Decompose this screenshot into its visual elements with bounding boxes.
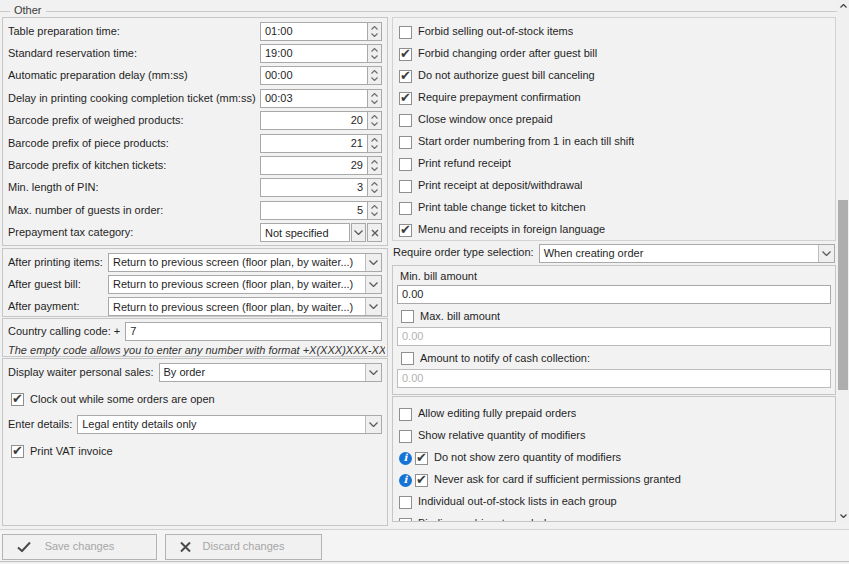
scroll-up-button[interactable] — [837, 0, 849, 12]
vertical-scrollbar[interactable] — [837, 0, 849, 522]
combo-value[interactable]: By order — [160, 364, 365, 381]
order-numbering-checkbox[interactable] — [399, 136, 412, 149]
spinner-value[interactable]: 29 — [260, 156, 367, 175]
spinner-value[interactable]: 19:00 — [260, 44, 367, 63]
foreign-language-checkbox[interactable] — [399, 224, 412, 237]
spinner-up-down-buttons[interactable] — [367, 178, 382, 197]
spinner-value[interactable]: 3 — [260, 178, 367, 197]
chevron-down-icon — [371, 167, 378, 171]
cash-collection-notify-checkbox[interactable] — [401, 352, 414, 365]
display-waiter-sales-combo[interactable]: By order — [159, 363, 382, 382]
save-button[interactable]: Save changes — [2, 534, 157, 560]
spinner-up-down-buttons[interactable] — [367, 22, 382, 41]
individual-out-of-stock-checkbox[interactable] — [399, 496, 412, 509]
spinner-up-down-buttons[interactable] — [367, 89, 382, 108]
min-pin-length-spinner[interactable]: 3 — [260, 178, 382, 197]
after-payment-combo[interactable]: Return to previous screen (floor plan, b… — [108, 297, 382, 316]
spinner-up-down-buttons[interactable] — [367, 201, 382, 220]
forbid-changing-order-checkbox[interactable] — [399, 48, 412, 61]
binding-cashiers-checkbox[interactable] — [399, 518, 412, 523]
form-row: Automatic preparation delay (mm:ss) 00:0… — [5, 65, 385, 87]
chevron-down-icon — [371, 189, 378, 193]
field-label: Min. length of PIN: — [8, 181, 260, 194]
combo-value[interactable]: Legal entity details only — [78, 416, 365, 433]
min-bill-amount-input[interactable]: 0.00 — [397, 285, 831, 304]
max-bill-amount-checkbox[interactable] — [401, 310, 414, 323]
weighed-products-prefix-spinner[interactable]: 20 — [260, 111, 382, 130]
combo-value[interactable]: Return to previous screen (floor plan, b… — [109, 298, 365, 315]
after-guest-bill-combo[interactable]: Return to previous screen (floor plan, b… — [108, 275, 382, 294]
spinner-up-down-buttons[interactable] — [367, 134, 382, 153]
clear-button[interactable] — [367, 223, 382, 242]
combo-dropdown-button[interactable] — [365, 416, 381, 433]
checkbox-row: Print VAT invoice — [5, 441, 385, 463]
print-vat-checkbox[interactable] — [11, 445, 24, 458]
form-row: Standard reservation time: 19:00 — [5, 42, 385, 64]
table-preparation-time-spinner[interactable]: 01:00 — [260, 22, 382, 41]
scroll-down-button[interactable] — [837, 510, 849, 522]
zero-quantity-modifiers-checkbox[interactable] — [415, 452, 428, 465]
order-type-row: Require order type selection: When creat… — [392, 242, 836, 264]
cooking-ticket-delay-spinner[interactable]: 00:03 — [260, 89, 382, 108]
spinner-value[interactable]: 5 — [260, 201, 367, 220]
spinner-up-down-buttons[interactable] — [367, 111, 382, 130]
prepayment-tax-combo[interactable]: Not specified — [260, 223, 350, 242]
auto-preparation-delay-spinner[interactable]: 00:00 — [260, 66, 382, 85]
country-code-input[interactable]: 7 — [125, 322, 382, 341]
close-icon — [371, 229, 379, 237]
checkbox-label: Do not authorize guest bill canceling — [418, 69, 595, 82]
never-ask-card-checkbox[interactable] — [415, 474, 428, 487]
chevron-up-icon — [371, 182, 378, 186]
forbid-out-of-stock-checkbox[interactable] — [399, 26, 412, 39]
enter-details-combo[interactable]: Legal entity details only — [77, 415, 382, 434]
chevron-down-icon — [822, 251, 831, 256]
piece-products-prefix-spinner[interactable]: 21 — [260, 134, 382, 153]
print-table-change-checkbox[interactable] — [399, 202, 412, 215]
print-refund-receipt-checkbox[interactable] — [399, 158, 412, 171]
no-authorize-bill-cancel-checkbox[interactable] — [399, 70, 412, 83]
require-prepayment-confirmation-checkbox[interactable] — [399, 92, 412, 105]
max-guests-spinner[interactable]: 5 — [260, 201, 382, 220]
combo-value[interactable]: When creating order — [540, 245, 818, 262]
spinner-value[interactable]: 00:00 — [260, 66, 367, 85]
combo-dropdown-button[interactable] — [365, 254, 381, 271]
combo-value[interactable]: Return to previous screen (floor plan, b… — [109, 254, 365, 271]
combo-value[interactable]: Return to previous screen (floor plan, b… — [109, 276, 365, 293]
combo-dropdown-button[interactable] — [365, 298, 381, 315]
chevron-up-icon — [371, 48, 378, 52]
standard-reservation-time-spinner[interactable]: 19:00 — [260, 44, 382, 63]
form-row: Country calling code: + 7 — [5, 321, 385, 342]
spinner-up-down-buttons[interactable] — [367, 44, 382, 63]
checkbox-label: Print refund receipt — [418, 157, 511, 170]
chevron-down-icon — [354, 230, 363, 235]
checkbox-row: Show relative quantity of modifiers — [397, 425, 831, 447]
combo-dropdown-button[interactable] — [365, 276, 381, 293]
spinner-up-down-buttons[interactable] — [367, 156, 382, 175]
chevron-down-icon — [371, 145, 378, 149]
chevron-down-icon — [369, 260, 378, 265]
print-deposit-receipt-checkbox[interactable] — [399, 180, 412, 193]
spinner-up-down-buttons[interactable] — [367, 66, 382, 85]
clock-out-checkbox[interactable] — [11, 393, 24, 406]
discard-button[interactable]: Discard changes — [165, 534, 322, 560]
combo-dropdown-button[interactable] — [818, 245, 834, 262]
spinner-value[interactable]: 20 — [260, 111, 367, 130]
checkbox-label: Individual out-of-stock lists in each gr… — [418, 495, 617, 508]
combo-value[interactable]: Not specified — [261, 224, 349, 241]
checkmark-icon — [17, 542, 31, 553]
close-window-prepaid-checkbox[interactable] — [399, 114, 412, 127]
allow-editing-prepaid-checkbox[interactable] — [399, 408, 412, 421]
spinner-value[interactable]: 01:00 — [260, 22, 367, 41]
combo-dropdown-button[interactable] — [351, 223, 366, 242]
scrollbar-thumb[interactable] — [838, 200, 848, 390]
combo-dropdown-button[interactable] — [365, 364, 381, 381]
checkbox-label: Do not show zero quantity of modifiers — [434, 451, 621, 464]
order-type-combo[interactable]: When creating order — [539, 244, 835, 263]
close-icon — [180, 542, 191, 553]
spinner-value[interactable]: 00:03 — [260, 89, 367, 108]
relative-quantity-modifiers-checkbox[interactable] — [399, 430, 412, 443]
country-code-note: The empty code allows you to enter any n… — [5, 342, 385, 359]
after-printing-items-combo[interactable]: Return to previous screen (floor plan, b… — [108, 253, 382, 272]
kitchen-tickets-prefix-spinner[interactable]: 29 — [260, 156, 382, 175]
spinner-value[interactable]: 21 — [260, 134, 367, 153]
